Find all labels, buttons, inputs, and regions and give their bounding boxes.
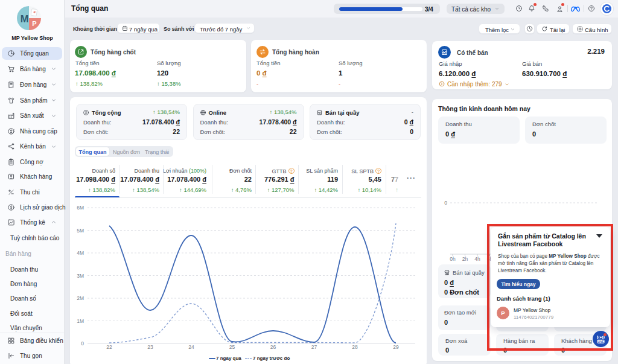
svg-text:29: 29 <box>393 344 399 350</box>
svg-text:2M: 2M <box>77 295 84 301</box>
svg-text:M: M <box>21 13 29 24</box>
svg-text:P: P <box>32 20 36 27</box>
svg-text:6M: 6M <box>77 205 84 211</box>
svg-text:22: 22 <box>106 344 112 350</box>
svg-text:4h: 4h <box>474 256 480 262</box>
svg-text:1M: 1M <box>77 318 84 324</box>
svg-text:28: 28 <box>352 344 358 350</box>
svg-text:4M: 4M <box>77 250 84 256</box>
svg-text:2h: 2h <box>462 256 468 262</box>
svg-text:0: 0 <box>444 200 447 206</box>
svg-text:5M: 5M <box>77 228 84 234</box>
svg-text:0: 0 <box>81 340 84 346</box>
svg-text:26: 26 <box>270 344 276 350</box>
svg-text:27: 27 <box>311 344 317 350</box>
svg-text:LIVE: LIVE <box>597 340 604 343</box>
svg-text:3M: 3M <box>77 273 84 279</box>
svg-text:0h: 0h <box>450 256 456 262</box>
svg-text:24: 24 <box>188 344 194 350</box>
svg-text:25: 25 <box>229 344 235 350</box>
svg-text:23: 23 <box>147 344 153 350</box>
